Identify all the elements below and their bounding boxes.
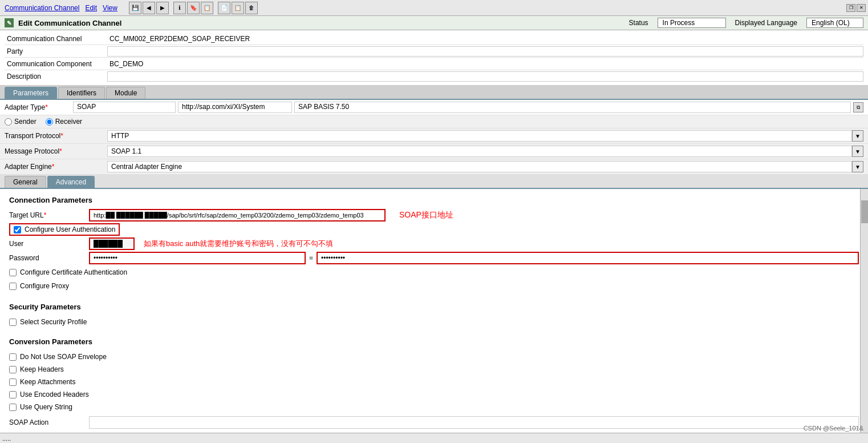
toolbar-forward-btn[interactable]: ▶ — [156, 2, 169, 14]
menu-edit[interactable]: Edit — [83, 3, 99, 13]
user-row: User 如果有basic auth就需要维护账号和密码，没有可不勾不填 — [9, 237, 859, 250]
status-label: Status — [629, 19, 648, 27]
configure-cert-row: Configure Certificate Authentication — [9, 266, 859, 279]
connection-params: Target URL* SOAP接口地址 Configure User Auth… — [5, 207, 863, 298]
transport-field[interactable]: HTTP — [107, 130, 852, 142]
toolbar-history-btn[interactable]: 📋 — [201, 2, 213, 14]
transport-dropdown-btn[interactable]: ▼ — [852, 130, 863, 142]
adapter-val3: SAP BASIS 7.50 — [294, 102, 851, 113]
component-value: BC_DEMO — [107, 59, 863, 69]
configure-proxy-label: Configure Proxy — [20, 282, 69, 290]
conversion-params-header: Conversion Parameters — [5, 333, 863, 348]
select-profile-label: Select Security Profile — [20, 318, 87, 326]
edit-icon: ✎ — [5, 18, 14, 27]
keep-attach-checkbox[interactable] — [9, 378, 17, 386]
lang-label: Displayed Language — [735, 19, 797, 27]
keep-headers-label: Keep Headers — [20, 365, 64, 373]
toolbar-copy-btn[interactable]: 📄 — [218, 2, 230, 14]
keep-headers-checkbox[interactable] — [9, 366, 17, 373]
password-row: Password = — [9, 252, 859, 264]
close-btn[interactable]: ✕ — [857, 4, 866, 12]
configure-cert-label: Configure Certificate Authentication — [20, 268, 127, 276]
toolbar-bookmark-btn[interactable]: 🔖 — [187, 2, 200, 14]
description-row: Description — [5, 70, 863, 83]
bottom-bar: ..... — [0, 433, 868, 443]
menu-communication-channel[interactable]: Communication Channel — [2, 3, 82, 13]
adapter-val2: http://sap.com/xi/XI/System — [178, 102, 292, 113]
description-label: Description — [5, 71, 107, 82]
target-url-input[interactable] — [89, 209, 386, 222]
restore-btn[interactable]: ❐ — [846, 4, 855, 12]
connection-params-header: Connection Parameters — [5, 191, 863, 207]
tab-general[interactable]: General — [5, 176, 46, 188]
use-encoded-checkbox[interactable] — [9, 391, 17, 398]
toolbar-paste-btn[interactable]: 📋 — [232, 2, 244, 14]
lang-value[interactable]: English (OL) — [806, 18, 863, 28]
tab-parameters[interactable]: Parameters — [5, 87, 57, 99]
component-row: Communication Component BC_DEMO — [5, 58, 863, 70]
party-input[interactable] — [107, 46, 863, 57]
keep-headers-row: Keep Headers — [9, 363, 859, 376]
inner-tab-strip: General Advanced — [0, 175, 868, 189]
form-grid: Communication Channel CC_MM002_ERP2DEMO_… — [0, 30, 868, 86]
password-input1[interactable] — [89, 252, 306, 264]
use-query-checkbox[interactable] — [9, 404, 17, 411]
engine-field[interactable]: Central Adapter Engine — [107, 161, 852, 172]
use-query-row: Use Query String — [9, 401, 859, 413]
user-input[interactable] — [89, 237, 135, 250]
message-field[interactable]: SOAP 1.1 — [107, 146, 852, 157]
main-tab-strip: Parameters Identifiers Module — [0, 86, 868, 100]
menu-view[interactable]: View — [100, 3, 120, 13]
title-section: ✎ Edit Communication Channel Status In P… — [0, 16, 868, 30]
toolbar-save-btn[interactable]: 💾 — [129, 2, 141, 14]
toolbar-info-btn[interactable]: ℹ — [173, 2, 186, 14]
engine-row: Adapter Engine* Central Adapter Engine ▼ — [0, 159, 868, 175]
sender-radio[interactable] — [5, 118, 12, 126]
conversion-params: Do Not Use SOAP Envelope Keep Headers Ke… — [5, 348, 863, 433]
component-label: Communication Component — [5, 59, 107, 69]
url-input-wrapper: SOAP接口地址 — [89, 209, 859, 222]
adapter-type-row: Adapter Type* SOAP http://sap.com/xi/XI/… — [0, 100, 868, 115]
scrollbar[interactable] — [860, 189, 868, 443]
configure-auth-label: Configure User Authentication — [25, 225, 115, 233]
no-soap-checkbox[interactable] — [9, 353, 17, 361]
radio-row: Sender Receiver — [0, 115, 868, 128]
configure-proxy-checkbox[interactable] — [9, 283, 17, 290]
soap-action-input[interactable] — [89, 416, 859, 429]
description-input[interactable] — [107, 71, 863, 82]
select-profile-checkbox[interactable] — [9, 319, 17, 326]
content-area: Connection Parameters Target URL* SOAP接口… — [0, 189, 868, 443]
window-controls: ❐ ✕ — [846, 4, 866, 12]
tab-advanced[interactable]: Advanced — [47, 176, 95, 188]
menu-items: Communication Channel Edit View — [2, 3, 120, 13]
adapter-val1: SOAP — [73, 102, 176, 113]
adapter-label: Adapter Type* — [5, 103, 73, 111]
scroll-thumb — [861, 200, 868, 223]
no-soap-row: Do Not Use SOAP Envelope — [9, 351, 859, 363]
message-dropdown-btn[interactable]: ▼ — [852, 146, 863, 157]
adapter-copy-btn[interactable]: ⧉ — [853, 102, 863, 112]
use-query-label: Use Query String — [20, 403, 72, 411]
message-row: Message Protocol* SOAP 1.1 ▼ — [0, 144, 868, 159]
receiver-radio-label[interactable]: Receiver — [46, 118, 82, 126]
sender-radio-label[interactable]: Sender — [5, 118, 36, 126]
toolbar-back-btn[interactable]: ◀ — [143, 2, 155, 14]
menu-bar: Communication Channel Edit View 💾 ◀ ▶ ℹ … — [0, 0, 868, 16]
party-label: Party — [5, 46, 107, 57]
configure-auth-checkbox[interactable] — [14, 226, 21, 233]
configure-proxy-row: Configure Proxy — [9, 280, 859, 292]
no-soap-label: Do Not Use SOAP Envelope — [20, 353, 107, 361]
transport-row: Transport Protocol* HTTP ▼ — [0, 128, 868, 144]
configure-auth-row: Configure User Authentication — [9, 223, 120, 236]
password-label: Password — [9, 254, 89, 262]
tab-module[interactable]: Module — [106, 87, 145, 99]
engine-dropdown-btn[interactable]: ▼ — [852, 161, 863, 172]
toolbar-delete-btn[interactable]: 🗑 — [245, 2, 258, 14]
configure-cert-checkbox[interactable] — [9, 269, 17, 276]
engine-label: Adapter Engine* — [5, 163, 107, 171]
receiver-radio[interactable] — [46, 118, 53, 126]
party-row: Party — [5, 45, 863, 58]
toolbar: 💾 ◀ ▶ ℹ 🔖 📋 📄 📋 🗑 — [129, 2, 258, 14]
tab-identifiers[interactable]: Identifiers — [58, 87, 105, 99]
password-input2[interactable] — [317, 252, 859, 264]
